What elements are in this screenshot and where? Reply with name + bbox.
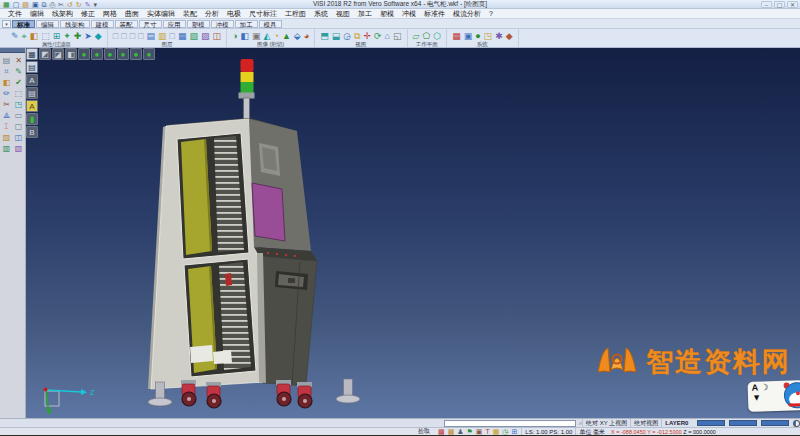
menu-item[interactable]: 系统 <box>310 9 332 19</box>
menu-item[interactable]: 线架构 <box>48 9 77 19</box>
minimize-button[interactable]: – <box>761 1 772 8</box>
ribbon-tab[interactable]: 尺寸 <box>139 20 162 28</box>
toolbar-icon[interactable]: ▲ <box>282 31 291 41</box>
toolbar-icon[interactable]: □ <box>113 31 118 41</box>
sidebar-tool-icon[interactable]: ▤ <box>1 55 13 66</box>
toolbar-icon[interactable]: ✦ <box>63 31 71 41</box>
toolbar-icon[interactable]: ▣ <box>252 31 261 41</box>
ribbon-tab[interactable]: 冲模 <box>211 20 234 28</box>
toolbar-icon[interactable]: ✛ <box>363 31 371 41</box>
ribbon-tab[interactable]: 线架构 <box>60 20 90 28</box>
menu-item[interactable]: 视图 <box>332 9 354 19</box>
menu-item[interactable]: 网格 <box>99 9 121 19</box>
menu-item[interactable]: 塑模 <box>376 9 398 19</box>
toolbar-icon[interactable]: □ <box>170 31 175 41</box>
menu-item[interactable]: 曲面 <box>121 9 143 19</box>
toolbar-icon[interactable]: ✱ <box>495 31 503 41</box>
toolbar-icon[interactable]: ▦ <box>452 31 461 41</box>
sidebar-tool-icon[interactable]: ▧ <box>13 143 25 154</box>
toolbar-icon[interactable]: ◆ <box>506 31 513 41</box>
toolbar-icon[interactable]: ▦ <box>178 31 187 41</box>
toolbar-icon[interactable]: ⬓ <box>332 31 341 41</box>
command-input[interactable] <box>444 420 576 427</box>
menu-item[interactable]: 工程图 <box>281 9 310 19</box>
toolbar-icon[interactable]: ➤ <box>84 31 92 41</box>
toolbar-icon[interactable]: ⟳ <box>374 31 382 41</box>
shading-toggle-icon[interactable] <box>793 420 800 427</box>
toolbar-icon[interactable]: ▤ <box>147 31 156 41</box>
toolbar-icon[interactable]: ◫ <box>213 31 222 41</box>
toolbar-icon[interactable]: ⬚ <box>41 31 50 41</box>
menu-item[interactable]: 分析 <box>201 9 223 19</box>
ribbon-tab[interactable]: 塑模 <box>187 20 210 28</box>
toolbar-icon[interactable]: ⌖ <box>22 31 27 41</box>
ribbon-tab[interactable]: 标准 <box>12 20 35 28</box>
maximize-button[interactable]: ▢ <box>774 1 785 8</box>
viewport-3d[interactable]: ▦◩◪◧●●●●●● ▤A▤A▮B <box>26 48 800 418</box>
ribbon-tab[interactable]: 建模 <box>91 20 114 28</box>
ribbon-tab[interactable]: 模具 <box>259 20 282 28</box>
menu-item[interactable]: 模流分析 <box>449 9 485 19</box>
ribbon-tab[interactable]: 装配 <box>115 20 138 28</box>
menu-item[interactable]: 冲模 <box>398 9 420 19</box>
color-swatch[interactable] <box>761 420 789 426</box>
menu-item[interactable]: ? <box>485 9 497 19</box>
menu-item[interactable]: 实体编辑 <box>143 9 179 19</box>
toolbar-icon[interactable]: ◶ <box>343 31 351 41</box>
toolbar-icon[interactable]: ◔ <box>273 31 278 41</box>
ribbon-tab[interactable]: 加工 <box>235 20 258 28</box>
toolbar-icon[interactable]: ◧ <box>30 31 39 41</box>
color-swatch[interactable] <box>729 420 757 426</box>
toolbar-icon[interactable]: ⌂ <box>385 31 390 41</box>
menu-item[interactable]: 修正 <box>77 9 99 19</box>
toolbar-icon[interactable]: ⬒ <box>320 31 329 41</box>
sidebar-tool-icon[interactable]: ⟁ <box>1 110 13 121</box>
view-mode-indicator[interactable]: 绝对 XY 上视图 <box>582 419 630 427</box>
view-reference-indicator[interactable]: 绝对视图 <box>630 419 661 427</box>
toolbar-icon[interactable]: ● <box>475 31 480 41</box>
toolbar-icon[interactable]: ◭ <box>264 31 271 41</box>
sidebar-tool-icon[interactable]: ▭ <box>13 110 25 121</box>
sidebar-tool-icon[interactable]: ▥ <box>1 143 13 154</box>
toolbar-icon[interactable]: ◧ <box>240 31 249 41</box>
toolbar-icon[interactable]: ✚ <box>74 31 82 41</box>
menu-item[interactable]: 文件 <box>4 9 26 19</box>
tab-dropdown-icon[interactable]: ▾ <box>2 20 11 28</box>
sidebar-tool-icon[interactable]: ▢ <box>13 121 25 132</box>
toolbar-icon[interactable]: ▱ <box>413 31 420 41</box>
sidebar-tool-icon[interactable]: ✏ <box>1 88 13 99</box>
sidebar-tool-icon[interactable]: ◫ <box>13 132 25 143</box>
toolbar-icon[interactable]: ◱ <box>393 31 402 41</box>
toolbar-icon[interactable]: ◳ <box>484 31 493 41</box>
toolbar-icon[interactable]: ◕ <box>304 31 309 41</box>
ribbon-tab[interactable]: 编辑 <box>36 20 59 28</box>
toolbar-icon[interactable]: ▧ <box>190 31 199 41</box>
menu-item[interactable]: 电极 <box>223 9 245 19</box>
sidebar-tool-icon[interactable]: ▨ <box>1 132 13 143</box>
sidebar-tool-icon[interactable]: ✂ <box>1 99 13 110</box>
sidebar-tool-icon[interactable]: ✕ <box>13 55 25 66</box>
menu-item[interactable]: 尺寸标注 <box>245 9 281 19</box>
menu-item[interactable]: 编辑 <box>26 9 48 19</box>
toolbar-icon[interactable]: ◑ <box>232 31 237 41</box>
toolbar-icon[interactable]: ⊞ <box>53 31 61 41</box>
sidebar-tool-icon[interactable]: ◳ <box>13 99 25 110</box>
sidebar-tool-icon[interactable]: ⌶ <box>1 121 13 132</box>
toolbar-icon[interactable]: ⬠ <box>422 31 430 41</box>
toolbar-icon[interactable]: ✎ <box>11 31 19 41</box>
active-layer-indicator[interactable]: LAYER0 <box>661 419 691 427</box>
sidebar-tool-icon[interactable]: ⌗ <box>1 66 13 77</box>
color-swatch[interactable] <box>697 420 725 426</box>
toolbar-icon[interactable]: ▨ <box>201 31 210 41</box>
sidebar-tool-icon[interactable]: ⬚ <box>13 88 25 99</box>
sidebar-tool-icon[interactable]: ✎ <box>13 66 25 77</box>
sidebar-tool-icon[interactable]: ◧ <box>1 77 13 88</box>
sidebar-tool-icon[interactable]: ✔ <box>13 77 25 88</box>
toolbar-icon[interactable]: ⬡ <box>433 31 441 41</box>
toolbar-icon[interactable]: ▥ <box>158 31 167 41</box>
menu-item[interactable]: 标准件 <box>420 9 449 19</box>
toolbar-icon[interactable]: ▣ <box>464 31 473 41</box>
toolbar-icon[interactable]: □ <box>138 31 143 41</box>
toolbar-icon[interactable]: ◆ <box>95 31 102 41</box>
menu-item[interactable]: 加工 <box>354 9 376 19</box>
